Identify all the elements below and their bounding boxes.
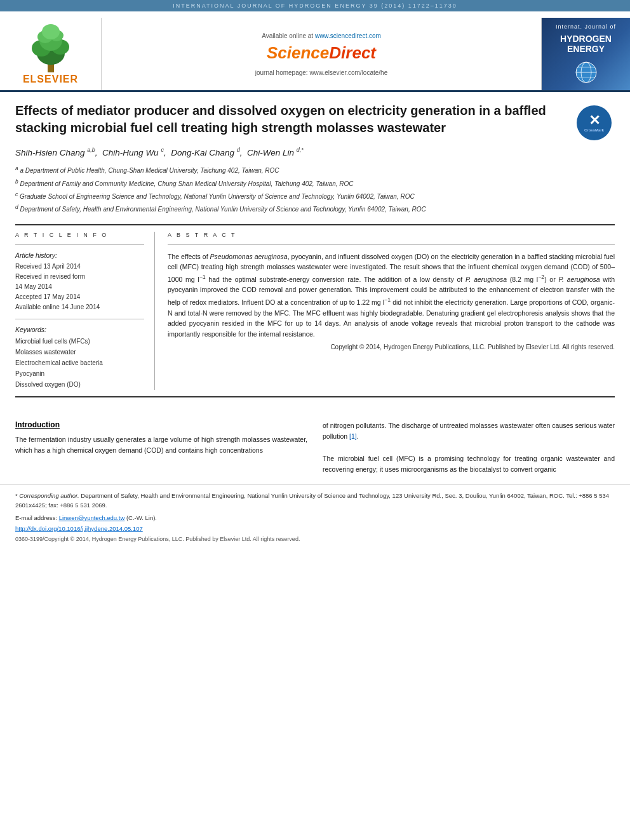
abstract-text: The effects of Pseudomonas aeruginosa, p… (168, 251, 615, 340)
doi-link[interactable]: http://dx.doi.org/10.1016/j.ijhydene.201… (15, 525, 615, 532)
crossmark-badge[interactable]: ✕ CrossMark (573, 102, 615, 143)
elsevier-brand-label: ELSEVIER (23, 74, 78, 85)
keywords-section: Keywords: Microbial fuel cells (MFCs) Mo… (15, 326, 144, 390)
introduction-heading: Introduction (15, 420, 307, 429)
body-col-left: Introduction The fermentation industry u… (15, 420, 307, 476)
email-link[interactable]: Linwen@yuntech.edu.tw (59, 514, 125, 521)
journal-logo-line2: HYDROGENENERGY (560, 34, 612, 55)
crossmark-icon: ✕ CrossMark (577, 105, 612, 140)
abstract-col: A B S T R A C T The effects of Pseudomon… (168, 232, 615, 390)
thick-divider (15, 224, 615, 225)
affiliation-a: a a Department of Public Health, Chung-S… (15, 164, 615, 176)
keyword-1: Microbial fuel cells (MFCs) (15, 336, 144, 347)
keyword-2: Molasses wastewater (15, 347, 144, 357)
journal-citation: INTERNATIONAL JOURNAL OF HYDROGEN ENERGY… (173, 3, 457, 9)
elsevier-tree-icon (22, 23, 79, 74)
journal-header-bar: INTERNATIONAL JOURNAL OF HYDROGEN ENERGY… (0, 0, 630, 11)
doi-anchor[interactable]: http://dx.doi.org/10.1016/j.ijhydene.201… (15, 525, 143, 532)
corresponding-author-note: * Corresponding author. Department of Sa… (15, 491, 615, 510)
species-name-1: Pseudomonas aeruginosa (210, 253, 288, 260)
info-divider (15, 244, 144, 245)
authors-line: Shih-Hsien Chang a,b, Chih-Hung Wu c, Do… (15, 145, 615, 159)
journal-center-header: Available online at www.sciencedirect.co… (102, 18, 541, 90)
info-abstract-row: A R T I C L E I N F O Article history: R… (15, 232, 615, 390)
species-name-3: P. aeruginosa (558, 276, 600, 283)
crossmark-label: CrossMark (584, 128, 604, 133)
revised-date: 14 May 2014 (15, 282, 144, 292)
intro-body-right: of nitrogen pollutants. The discharge of… (323, 420, 615, 476)
article-title-text: Effects of mediator producer and dissolv… (15, 103, 546, 135)
national-text: National (247, 492, 269, 499)
article-content: Effects of mediator producer and dissolv… (0, 92, 630, 413)
affiliation-d: d Department of Safety, Health and Envir… (15, 203, 615, 215)
journal-header: ELSEVIER Available online at www.science… (0, 11, 630, 92)
article-info-heading: A R T I C L E I N F O (15, 232, 144, 238)
article-title: Effects of mediator producer and dissolv… (15, 102, 615, 137)
journal-logo-box: Internat. Journal of HYDROGENENERGY (541, 18, 630, 90)
affiliation-b: b Department of Family and Community Med… (15, 178, 615, 189)
email-note: E-mail address: Linwen@yuntech.edu.tw (C… (15, 513, 615, 523)
abstract-divider (168, 244, 615, 245)
footer-copyright: 0360-3199/Copyright © 2014, Hydrogen Ene… (15, 536, 615, 542)
ref-1: [1] (349, 432, 357, 440)
intro-body-left: The fermentation industry usually genera… (15, 434, 307, 457)
two-col-body: Introduction The fermentation industry u… (15, 420, 615, 476)
article-info-col: A R T I C L E I N F O Article history: R… (15, 232, 155, 390)
sciencedirect-brand: ScienceDirect (267, 43, 376, 63)
available-online-date: Available online 14 June 2014 (15, 302, 144, 312)
available-online-text: Available online at www.sciencedirect.co… (262, 32, 381, 39)
abstract-heading: A B S T R A C T (168, 232, 615, 238)
journal-homepage-text: journal homepage: www.elsevier.com/locat… (255, 69, 387, 76)
keyword-3: Electrochemical active bacteria (15, 357, 144, 368)
received-date: Received 13 April 2014 (15, 262, 144, 272)
abstract-copyright: Copyright © 2014, Hydrogen Energy Public… (168, 343, 615, 350)
history-label: Article history: (15, 251, 144, 259)
body-divider-top (15, 396, 615, 397)
affiliations: a a Department of Public Health, Chung-S… (15, 164, 615, 215)
body-col-right: of nitrogen pollutants. The discharge of… (323, 420, 615, 476)
main-body: Introduction The fermentation industry u… (0, 414, 630, 482)
keyword-5: Dissolved oxygen (DO) (15, 379, 144, 390)
keywords-label: Keywords: (15, 326, 144, 333)
accepted-date: Accepted 17 May 2014 (15, 292, 144, 302)
journal-globe-icon (573, 60, 599, 85)
direct-text: Direct (329, 43, 376, 62)
species-name-2: P. aeruginosa (466, 276, 507, 283)
svg-point-7 (42, 24, 60, 39)
sciencedirect-url: www.sciencedirect.com (315, 32, 381, 39)
science-text: Science (267, 43, 329, 62)
keywords-divider (15, 319, 144, 319)
elsevier-logo-box: ELSEVIER (0, 18, 102, 90)
affiliation-c: c Graduate School of Engineering Science… (15, 190, 615, 202)
journal-logo-line1: Internat. Journal of (556, 23, 616, 31)
received-revised-label: Received in revised form (15, 272, 144, 282)
keyword-4: Pyocyanin (15, 368, 144, 379)
footer-area: * Corresponding author. Department of Sa… (0, 484, 630, 549)
